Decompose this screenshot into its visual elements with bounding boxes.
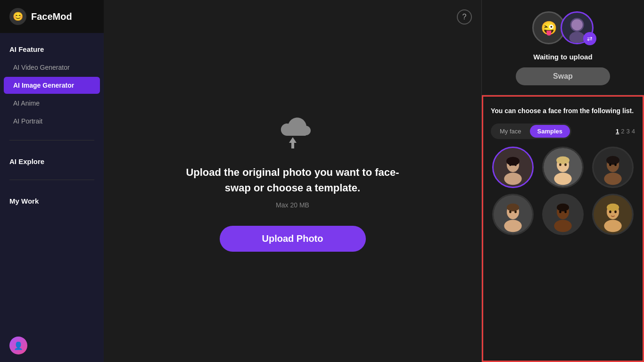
user-avatar[interactable]: 👤: [9, 337, 27, 354]
main-content: ? Upload the original photo you want to …: [104, 0, 644, 362]
svg-point-19: [606, 156, 619, 165]
swap-section: 😜 ⇄ Waiting to upload Swap: [482, 0, 644, 95]
tab-my-face[interactable]: My face: [492, 125, 529, 138]
page-2[interactable]: 2: [621, 128, 624, 135]
swap-arrows-icon: ⇄: [587, 35, 593, 42]
pagination: 1 2 3 4: [616, 128, 635, 135]
svg-point-31: [557, 204, 569, 212]
face-col-4: [491, 194, 535, 235]
svg-point-24: [504, 220, 521, 232]
svg-point-15: [564, 164, 567, 166]
sidebar-item-ai-anime[interactable]: AI Anime: [4, 95, 100, 112]
face-item-5[interactable]: [542, 194, 584, 235]
avatars-row: 😜 ⇄: [532, 11, 594, 44]
svg-point-9: [514, 164, 517, 166]
my-work-label: My Work: [0, 194, 104, 210]
face-tabs-row: My face Samples 1 2 3 4: [491, 123, 635, 139]
face-col-5: [541, 194, 585, 235]
divider-2: [9, 180, 94, 180]
face-tabs: My face Samples: [491, 123, 571, 139]
page-1[interactable]: 1: [616, 128, 619, 135]
svg-point-21: [614, 164, 617, 166]
face-col-6: [591, 194, 635, 235]
tab-samples[interactable]: Samples: [530, 125, 570, 138]
ai-feature-label: AI Feature: [0, 42, 104, 58]
svg-point-14: [559, 164, 561, 166]
svg-point-12: [554, 173, 571, 185]
svg-point-32: [559, 211, 561, 214]
face-col-3: [591, 147, 635, 188]
face-item-1[interactable]: [492, 147, 534, 188]
face-item-2[interactable]: [542, 147, 584, 188]
svg-point-30: [554, 220, 571, 232]
face-list-section: You can choose a face from the following…: [482, 95, 644, 362]
svg-point-18: [604, 173, 621, 185]
right-panel: 😜 ⇄ Waiting to upload Swap: [481, 0, 644, 362]
upload-area: ? Upload the original photo you want to …: [104, 0, 481, 362]
swap-badge: ⇄: [583, 32, 596, 45]
upload-photo-button[interactable]: Upload Photo: [220, 226, 366, 252]
original-avatar-icon: 😜: [541, 20, 557, 36]
face-item-3[interactable]: [592, 147, 634, 188]
page-4[interactable]: 4: [632, 128, 635, 135]
ai-explore-label: AI Explore: [0, 155, 104, 170]
svg-point-25: [507, 204, 519, 212]
svg-point-6: [504, 173, 521, 185]
ai-feature-section: AI Feature AI Video Generator AI Image G…: [0, 33, 104, 135]
svg-point-38: [609, 211, 611, 214]
my-work-section: My Work: [0, 185, 104, 214]
upload-title: Upload the original photo you want to fa…: [175, 165, 411, 196]
ai-explore-section: AI Explore: [0, 145, 104, 175]
sidebar: 😊 FaceMod AI Feature AI Video Generator …: [0, 0, 104, 362]
divider-1: [9, 140, 94, 140]
svg-point-26: [509, 211, 512, 214]
face-grid: [491, 147, 635, 235]
svg-point-33: [564, 211, 567, 214]
sidebar-bottom: 👤: [0, 329, 104, 362]
svg-point-13: [556, 156, 570, 165]
user-avatar-icon: 👤: [14, 341, 23, 350]
face-col-2: [541, 147, 585, 188]
help-icon[interactable]: ?: [457, 9, 472, 25]
svg-point-8: [509, 164, 512, 166]
svg-marker-0: [289, 137, 297, 148]
svg-point-2: [570, 32, 585, 44]
swap-button[interactable]: Swap: [516, 67, 610, 85]
logo-text: FaceMod: [31, 11, 72, 22]
svg-point-37: [607, 204, 619, 212]
logo-icon: 😊: [9, 8, 26, 25]
face-col-1: [491, 147, 535, 188]
face-item-6[interactable]: [592, 194, 634, 235]
face-item-4[interactable]: [492, 194, 534, 235]
waiting-text: Waiting to upload: [533, 53, 592, 61]
svg-point-7: [506, 157, 520, 166]
cloud-upload-icon: [269, 111, 316, 150]
face-list-title: You can choose a face from the following…: [491, 106, 635, 116]
sidebar-item-ai-portrait[interactable]: AI Portrait: [4, 113, 100, 130]
svg-point-27: [514, 211, 517, 214]
svg-point-3: [571, 19, 583, 31]
svg-point-39: [614, 211, 617, 214]
logo-area: 😊 FaceMod: [0, 0, 104, 33]
page-3[interactable]: 3: [627, 128, 630, 135]
sidebar-item-ai-image-generator[interactable]: AI Image Generator: [4, 77, 100, 94]
upload-subtitle: Max 20 MB: [276, 201, 309, 209]
svg-point-20: [609, 164, 611, 166]
svg-point-36: [604, 220, 621, 232]
sidebar-item-ai-video-generator[interactable]: AI Video Generator: [4, 59, 100, 76]
